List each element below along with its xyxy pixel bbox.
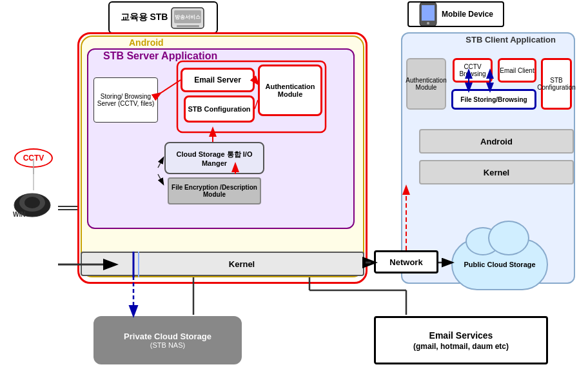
cloud-storage-label: Cloud Storage 통합 I/O Manger [166, 150, 263, 167]
camera-icon: WIN [6, 181, 58, 219]
email-client-label: Email Client [500, 67, 534, 74]
stb-config-client-label: STB Configuration [537, 77, 575, 91]
file-encrypt-label: File Encryption /Description Module [169, 184, 260, 198]
diagram-container: 교육용 STB 방송서비스 Mobile Device STB Client A… [0, 0, 588, 378]
auth-module-box: Authentication Module [258, 65, 322, 116]
stb-config-label: STB Configuration [188, 105, 250, 113]
private-cloud-label: Private Cloud Storage [124, 332, 211, 341]
auth-module-label: Authentication Module [260, 83, 320, 98]
mobile-device-label: Mobile Device [442, 10, 493, 19]
file-storing-client-box: File Storing/Browsing [451, 89, 536, 110]
svg-rect-3 [177, 25, 199, 27]
stb-client-label: STB Client Application [466, 35, 556, 45]
stb-icon: 방송서비스 [170, 5, 206, 30]
file-storing-client-label: File Storing/Browsing [460, 96, 527, 103]
kernel-client-label: Kernel [484, 168, 509, 177]
cloud-storage-box: Cloud Storage 통합 I/O Manger [164, 142, 264, 174]
svg-text:WIN: WIN [13, 211, 25, 218]
stb-device: 교육용 STB 방송서비스 [108, 1, 218, 34]
private-cloud-sublabel: (STB NAS) [150, 341, 185, 349]
network-label: Network [389, 257, 422, 267]
kernel-client-box: Kernel [419, 160, 574, 184]
email-server-box: Email Server [181, 68, 255, 92]
cctv-text: CCTV [23, 154, 44, 163]
public-cloud: Public Cloud Storage [451, 239, 548, 290]
cctv-browsing-label: CCTV Browsing [455, 63, 491, 77]
email-client-box: Email Client [498, 58, 536, 83]
stb-server-label: STB Server Application [103, 50, 217, 62]
svg-point-6 [427, 22, 429, 25]
stb-config-client-box: STB Configuration [541, 58, 572, 110]
storing-label: Storing/ Browsing Server (CCTV, files) [97, 93, 155, 107]
private-cloud: Private Cloud Storage (STB NAS) [93, 316, 242, 364]
stb-config-box: STB Configuration [184, 95, 255, 123]
email-services-label: Email Services(gmail, hotmail, daum etc) [413, 330, 509, 351]
android-client-label: Android [480, 137, 513, 146]
cctv-label: CCTV [14, 148, 53, 168]
svg-point-9 [24, 197, 40, 208]
svg-text:방송서비스: 방송서비스 [175, 14, 201, 20]
file-encrypt-box: File Encryption /Description Module [168, 177, 261, 204]
kernel-inner-label: Kernel [229, 259, 255, 269]
mobile-device: Mobile Device [407, 1, 504, 27]
public-cloud-label: Public Cloud Storage [464, 261, 535, 268]
auth-client-box: Authentication Module [406, 58, 446, 110]
storing-box: Storing/ Browsing Server (CCTV, files) [93, 77, 158, 123]
cctv-browsing-box: CCTV Browsing [453, 58, 493, 83]
kernel-box: USB Kernel [81, 252, 364, 276]
email-services-box: Email Services(gmail, hotmail, daum etc) [374, 316, 548, 364]
android-client-box: Android [419, 129, 574, 154]
email-server-label: Email Server [194, 75, 241, 85]
auth-client-label: Authentication Module [406, 77, 446, 91]
mobile-icon [418, 3, 438, 26]
network-box: Network [374, 250, 438, 274]
stb-device-label: 교육용 STB [121, 12, 168, 23]
svg-rect-5 [422, 5, 435, 21]
